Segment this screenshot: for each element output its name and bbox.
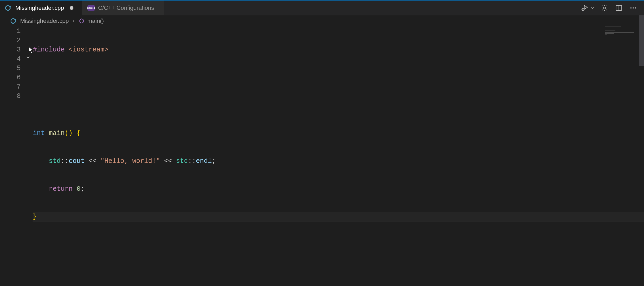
line-number: 3 xyxy=(0,45,21,54)
more-actions-button[interactable] xyxy=(629,3,638,12)
symbol-method-icon xyxy=(79,18,85,24)
svg-text:+: + xyxy=(15,18,16,21)
vertical-scrollbar[interactable] xyxy=(639,15,644,286)
svg-point-12 xyxy=(633,7,634,9)
breadcrumb-symbol[interactable]: main() xyxy=(79,18,104,24)
svg-line-7 xyxy=(584,8,584,8)
breadcrumb-file-label: Missingheader.cpp xyxy=(20,18,69,24)
line-number: 8 xyxy=(0,92,21,101)
line-number: 1 xyxy=(0,27,21,36)
svg-line-6 xyxy=(582,8,583,8)
code-editor[interactable]: 1 2 3 4 5 6 7 8 #include <iostream> int … xyxy=(0,27,644,268)
svg-marker-2 xyxy=(584,6,588,9)
tab-ccpp-configurations[interactable]: C/C++ C/C++ Configurations xyxy=(82,1,164,15)
tab-missingheader[interactable]: + Missingheader.cpp xyxy=(0,1,82,15)
code-line: return 0; xyxy=(33,184,644,194)
breadcrumb-symbol-label: main() xyxy=(87,18,104,24)
line-number: 7 xyxy=(0,82,21,92)
fold-gutter xyxy=(25,27,33,268)
line-number: 6 xyxy=(0,73,21,82)
line-number: 2 xyxy=(0,36,21,45)
breadcrumb-separator-icon xyxy=(72,19,76,23)
settings-button[interactable] xyxy=(600,3,609,12)
code-line: } xyxy=(33,212,644,222)
svg-point-8 xyxy=(603,7,605,9)
breadcrumb-file[interactable]: + Missingheader.cpp xyxy=(11,18,69,24)
tab-label: C/C++ Configurations xyxy=(98,5,154,11)
code-line: std::cout << "Hello, world!" << std::end… xyxy=(33,157,644,166)
cpp-file-icon: + xyxy=(5,5,12,11)
code-line: #include <iostream> xyxy=(33,45,644,54)
code-line xyxy=(33,101,644,110)
minimap[interactable] xyxy=(605,27,639,271)
svg-point-13 xyxy=(635,7,636,9)
cpp-file-icon: + xyxy=(11,18,17,24)
run-debug-button[interactable] xyxy=(580,3,589,12)
fold-toggle-icon[interactable] xyxy=(25,55,31,60)
split-editor-button[interactable] xyxy=(614,3,623,12)
tab-bar: + Missingheader.cpp C/C++ C/C++ Configur… xyxy=(0,0,644,15)
svg-point-11 xyxy=(630,7,632,9)
code-content[interactable]: #include <iostream> int main() { std::co… xyxy=(33,27,644,268)
code-line xyxy=(33,73,644,82)
editor-toolbar xyxy=(580,1,644,15)
code-line xyxy=(33,240,644,249)
ccpp-config-icon: C/C++ xyxy=(87,5,95,11)
line-number-gutter: 1 2 3 4 5 6 7 8 xyxy=(0,27,25,268)
dirty-indicator-icon xyxy=(70,6,73,10)
breadcrumb: + Missingheader.cpp main() xyxy=(0,15,644,27)
code-line: int main() { xyxy=(33,129,644,138)
svg-text:+: + xyxy=(9,5,11,8)
tab-label: Missingheader.cpp xyxy=(15,5,64,11)
line-number: 4 xyxy=(0,54,21,64)
run-dropdown-button[interactable] xyxy=(590,3,595,12)
line-number: 5 xyxy=(0,64,21,73)
scrollbar-thumb[interactable] xyxy=(639,15,644,66)
